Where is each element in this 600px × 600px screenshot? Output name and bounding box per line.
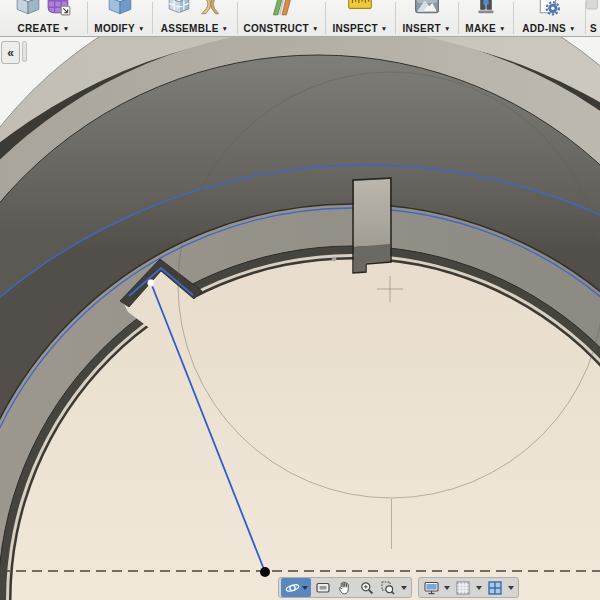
grid-settings-button[interactable] [453, 578, 473, 597]
model-scene [0, 37, 600, 600]
display-settings-icon [424, 581, 439, 595]
toolbar-separator [585, 2, 586, 34]
pan-icon [338, 581, 351, 595]
viewports-dropdown[interactable] [506, 578, 516, 597]
look-at-icon [316, 581, 330, 594]
orbit-button[interactable] [281, 578, 311, 597]
top-toolbar: CREATE▼ MODIFY▼ [0, 0, 600, 37]
pan-button[interactable] [334, 578, 355, 597]
dropdown-arrow-icon: ▼ [63, 25, 70, 32]
dropdown-arrow-icon: ▼ [138, 25, 145, 32]
insert-image-icon [414, 0, 440, 17]
toolbar-group-add-ins[interactable]: ADD-INS▼ [513, 0, 585, 37]
toolbar-label-select-partial: S [590, 23, 597, 34]
scripts-addins-icon [536, 0, 562, 17]
browser-collapse-button[interactable]: « [1, 41, 20, 64]
solid-primitive-icon [15, 0, 41, 17]
zoom-icon [360, 581, 374, 595]
toolbar-group-make[interactable]: MAKE▼ [458, 0, 513, 37]
toolbar-label-modify: MODIFY [94, 23, 135, 34]
toolbar-separator [237, 2, 238, 34]
display-settings-dropdown[interactable] [442, 578, 452, 597]
dropdown-arrow-icon: ▼ [312, 25, 319, 32]
measurement-end-point[interactable] [260, 567, 270, 577]
toolbar-group-inspect[interactable]: INSPECT▼ [325, 0, 395, 37]
dropdown-arrow-icon: ▼ [222, 25, 229, 32]
orbit-icon [285, 581, 300, 595]
toolbar-separator [513, 2, 514, 34]
orbit-dropdown-caret [302, 586, 308, 590]
vertex-dot[interactable] [332, 257, 337, 262]
zoom-button[interactable] [356, 578, 377, 597]
toolbar-separator [325, 2, 326, 34]
zoom-window-button[interactable] [378, 578, 398, 597]
press-pull-icon [107, 0, 133, 17]
toolbar-separator [395, 2, 396, 34]
ring-body[interactable] [0, 37, 600, 600]
toolbar-separator [458, 2, 459, 34]
toolbar-separator [87, 2, 88, 34]
zoom-window-dropdown[interactable] [399, 578, 409, 597]
viewport-canvas[interactable]: « [0, 37, 600, 600]
dropdown-arrow-icon: ▼ [569, 25, 576, 32]
view-navigation-toolbar [278, 577, 412, 598]
toolbar-label-inspect: INSPECT [332, 23, 377, 34]
toolbar-group-insert[interactable]: INSERT▼ [395, 0, 458, 37]
dropdown-arrow-icon: ▼ [444, 25, 451, 32]
display-settings-toolbar [418, 577, 519, 598]
toolbar-label-make: MAKE [465, 23, 496, 34]
toolbar-label-construct: CONSTRUCT [243, 23, 308, 34]
toolbar-label-create: CREATE [18, 23, 60, 34]
components-icon [166, 0, 192, 17]
toolbar-group-select-partial[interactable]: S [585, 0, 600, 37]
toolbar-label-assemble: ASSEMBLE [161, 23, 219, 34]
dropdown-caret-icon [476, 586, 482, 590]
dropdown-caret-icon [401, 586, 407, 590]
toolbar-group-assemble[interactable]: ASSEMBLE▼ [152, 0, 237, 37]
dropdown-caret-icon [444, 586, 450, 590]
grid-settings-icon [456, 581, 470, 595]
measure-icon [347, 0, 373, 17]
dropdown-arrow-icon: ▼ [499, 25, 506, 32]
viewports-icon [488, 581, 502, 595]
select-cursor-icon [585, 0, 600, 17]
form-sculpt-icon [46, 0, 72, 17]
toolbar-label-insert: INSERT [402, 23, 440, 34]
measurement-start-point[interactable] [148, 280, 155, 287]
joint-icon [197, 0, 223, 17]
dropdown-caret-icon [508, 586, 514, 590]
toolbar-group-create[interactable]: CREATE▼ [0, 0, 87, 37]
toolbar-label-add-ins: ADD-INS [522, 23, 566, 34]
tab-boss[interactable] [353, 178, 391, 273]
toolbar-separator [152, 2, 153, 34]
dropdown-arrow-icon: ▼ [381, 25, 388, 32]
toolbar-group-construct[interactable]: CONSTRUCT▼ [237, 0, 325, 37]
display-settings-button[interactable] [421, 578, 441, 597]
zoom-window-icon [381, 581, 395, 595]
grid-settings-dropdown[interactable] [474, 578, 484, 597]
look-at-button[interactable] [312, 578, 333, 597]
fusion-window: CREATE▼ MODIFY▼ [0, 0, 600, 600]
viewports-button[interactable] [485, 578, 505, 597]
collapse-glyph: « [7, 46, 14, 60]
construction-plane-icon [268, 0, 294, 17]
browser-panel-handle[interactable] [22, 41, 27, 62]
print-3d-icon [473, 0, 499, 17]
toolbar-group-modify[interactable]: MODIFY▼ [87, 0, 152, 37]
